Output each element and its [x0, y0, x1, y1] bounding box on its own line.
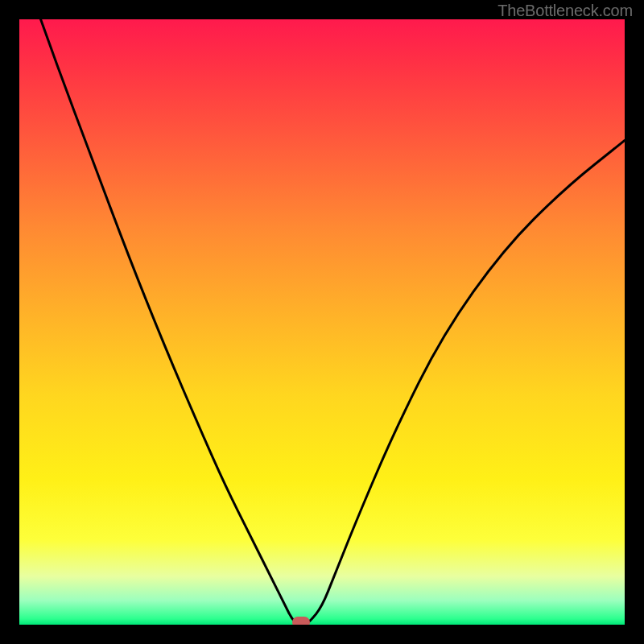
chart-area — [19, 19, 625, 625]
curve-layer — [19, 19, 625, 625]
watermark-text: TheBottleneck.com — [497, 2, 633, 20]
bottleneck-curve — [19, 19, 625, 625]
optimal-point-marker — [292, 617, 310, 625]
